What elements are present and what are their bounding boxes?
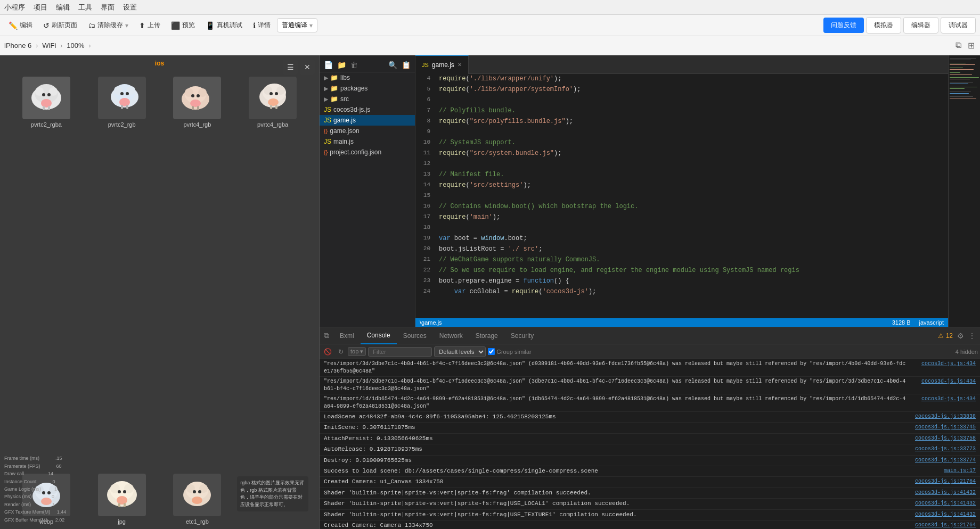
code-content[interactable]: 4 require('./libs/wrapper/unify'); 5 req…	[415, 74, 948, 318]
code-line-18: 18	[415, 223, 948, 234]
line-num-6: 6	[415, 95, 437, 106]
line-num-8: 8	[415, 117, 437, 127]
line-code-10: // SystemJS support.	[437, 138, 948, 148]
menu-edit[interactable]: 编辑	[56, 3, 70, 12]
debug-button[interactable]: 调试器	[941, 17, 976, 34]
simulator-toolbar: ☰ ✕	[283, 60, 315, 75]
menu-settings[interactable]: 设置	[123, 3, 137, 12]
tree-libs-folder[interactable]: ▶ 📁 libs	[320, 72, 415, 83]
real-machine-button[interactable]: 📱 真机调试	[201, 19, 247, 32]
simulator-close-button[interactable]: ✕	[300, 60, 315, 75]
device-name[interactable]: iPhone 6	[4, 42, 31, 49]
line-code-15	[437, 191, 948, 202]
line-num-9: 9	[415, 127, 437, 138]
edit-button[interactable]: ✏️ 编辑	[4, 19, 37, 32]
tab-game-js-label: game.js	[432, 61, 454, 69]
preview-label: 预览	[182, 21, 195, 30]
tree-game-file[interactable]: JS game.js	[320, 115, 415, 126]
js-icon-cocos3d: JS	[324, 106, 331, 113]
console-line-13: Shader 'builtin-sprite|sprite-vs:vert|sp…	[320, 510, 980, 520]
devtools-screenshare-icon[interactable]: ⧉	[324, 331, 329, 340]
clear-icon: 🗂	[88, 21, 95, 30]
tab-bxml[interactable]: Bxml	[333, 327, 361, 344]
menu-project[interactable]: 项目	[34, 3, 47, 12]
tree-game-json-file[interactable]: {} game.json	[320, 126, 415, 136]
sheep-svg3	[173, 77, 221, 119]
line-code-18	[437, 223, 948, 234]
devtools-more-icon[interactable]: ⋮	[968, 332, 976, 340]
preview-button[interactable]: ⬛ 预览	[167, 19, 199, 32]
tab-network[interactable]: Network	[433, 327, 469, 344]
new-file-icon[interactable]: 📄	[324, 61, 333, 69]
code-line-4: 4 require('./libs/wrapper/unify');	[415, 74, 948, 85]
line-num-19: 19	[415, 234, 437, 244]
filter-dropdown-icon[interactable]: top ▾	[350, 348, 363, 355]
stats-panel: Frame time (ms) .15 Framerate (FPS) 60 D…	[4, 454, 66, 524]
file-tree-icon2[interactable]: 📋	[402, 61, 411, 69]
line-num-16: 16	[415, 202, 437, 212]
svg-point-57	[193, 490, 196, 493]
console-line-2: "res/import/3d/3dbe7c1c-4b0d-4b61-bf4c-c…	[320, 377, 980, 394]
tab-security[interactable]: Security	[504, 327, 540, 344]
code-line-5: 5 require('./libs/wrapper/systemInfo');	[415, 85, 948, 95]
menu-miniprogram[interactable]: 小程序	[4, 3, 25, 12]
console-output[interactable]: "res/import/3d/3dbe7c1c-4b0d-4b61-bf4c-c…	[320, 359, 980, 529]
console-refresh-button[interactable]: ↻	[336, 347, 346, 357]
refresh-button[interactable]: ↺ 刷新页面	[39, 19, 81, 32]
devtools: ⧉ Bxml Console Sources Network Storage S…	[320, 327, 980, 529]
svg-point-33	[275, 92, 278, 95]
tab-close-button[interactable]: ✕	[458, 62, 462, 68]
zoom-level[interactable]: 100%	[67, 42, 84, 49]
tab-game-js[interactable]: JS game.js ✕	[415, 55, 469, 74]
stat-gfx-buffer: GFX Buffer Mem(M) 2.02	[4, 516, 66, 524]
svg-rect-51	[124, 503, 126, 507]
svg-rect-70	[950, 82, 973, 82]
line-num-13: 13	[415, 170, 437, 180]
details-button[interactable]: ℹ 详情	[249, 19, 275, 32]
line-num-5: 5	[415, 85, 437, 95]
tab-console[interactable]: Console	[361, 327, 397, 344]
search-file-icon[interactable]: 🔍	[388, 61, 397, 69]
code-line-23: 23 boot.prepare.engine = function() {	[415, 276, 948, 287]
levels-select[interactable]: Default levels	[434, 346, 486, 357]
language: javascript	[919, 319, 944, 326]
grid-icon[interactable]: ⊞	[967, 39, 976, 52]
filter-input[interactable]	[368, 347, 432, 357]
stat-render: Render (ms) 1	[4, 501, 66, 508]
svg-rect-68	[950, 77, 979, 78]
toolbar: ✏️ 编辑 ↺ 刷新页面 🗂 清除缓存 ▾ ⬆ 上传 ⬛ 预览 📱 真机调试 ℹ…	[0, 15, 980, 36]
menu-interface[interactable]: 界面	[101, 3, 115, 12]
tree-project-config-file[interactable]: {} project.config.json	[320, 147, 415, 158]
devtools-tabs-right: ⚠ 12 ⚙ ⋮	[938, 332, 976, 340]
sprite-label-etc1-rgb: etc1_rgb	[186, 518, 209, 525]
svg-point-47	[117, 496, 127, 505]
code-line-16: 16 // Contains window.boot() which boots…	[415, 202, 948, 212]
devtools-settings-icon[interactable]: ⚙	[957, 332, 964, 340]
sprite-jpg: jpg	[86, 474, 158, 525]
tree-main-file[interactable]: JS main.js	[320, 136, 415, 147]
svg-point-13	[119, 98, 130, 106]
tree-src-folder[interactable]: ▶ 📁 src	[320, 94, 415, 104]
menu-tools[interactable]: 工具	[78, 3, 92, 12]
console-line-14: Created Camera: Camera 1334x750 cocos3d-…	[320, 520, 980, 529]
compile-mode-select[interactable]: 普通编译 ▾	[277, 18, 317, 32]
editor-button[interactable]: 编辑器	[903, 17, 938, 34]
tab-sources[interactable]: Sources	[397, 327, 433, 344]
clear-cache-button[interactable]: 🗂 清除缓存 ▾	[84, 19, 133, 32]
upload-button[interactable]: ⬆ 上传	[135, 19, 165, 32]
copy-icon[interactable]: ⧉	[954, 39, 962, 52]
delete-file-icon[interactable]: 🗑	[350, 61, 358, 69]
console-clear-button[interactable]: 🚫	[322, 347, 334, 357]
tree-packages-folder[interactable]: ▶ 📁 packages	[320, 83, 415, 94]
simulator-button[interactable]: 模拟器	[866, 17, 901, 34]
network-type[interactable]: WiFi	[42, 42, 56, 49]
stat-framerate: Framerate (FPS) 60	[4, 462, 66, 470]
phone-icon: 📱	[206, 21, 215, 30]
sprite-pvrtc2-rgb: pvrtc2_rgb	[86, 77, 158, 451]
simulator-menu-button[interactable]: ☰	[283, 60, 298, 75]
tree-cocos3d-file[interactable]: JS cocos3d-js.js	[320, 104, 415, 115]
issue-feedback-button[interactable]: 问题反馈	[823, 18, 864, 33]
tab-storage[interactable]: Storage	[469, 327, 504, 344]
group-similar-checkbox[interactable]	[488, 348, 495, 355]
new-folder-icon[interactable]: 📁	[337, 61, 346, 69]
